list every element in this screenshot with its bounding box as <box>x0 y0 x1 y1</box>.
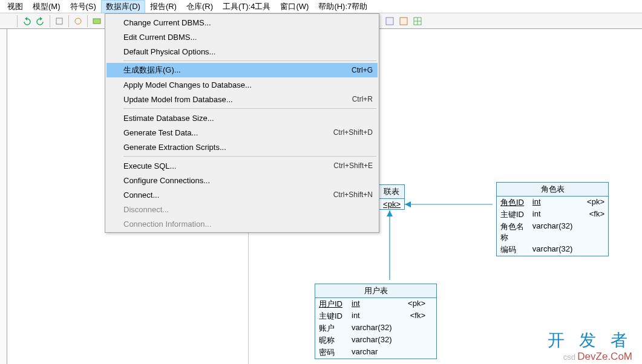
menu-item-label: Edit Current DBMS... <box>123 33 373 42</box>
cell: varchar(32) <box>532 221 581 243</box>
entity-link-table-peek[interactable]: 联表 <pk> <box>378 184 405 210</box>
undo-icon[interactable] <box>20 15 33 28</box>
menu-item[interactable]: Generate Extraction Scripts... <box>106 140 378 154</box>
menu-item[interactable]: Update Model from Database...Ctrl+R <box>106 92 378 106</box>
cell: 主键ID <box>500 209 529 220</box>
menu-工具[interactable]: 工具(T):4工具 <box>218 0 275 13</box>
cell: int <box>532 197 581 208</box>
toolbar-separator <box>87 15 88 27</box>
menu-item-label: Default Physical Options... <box>123 47 373 56</box>
watermark: 开 发 者 <box>548 329 632 352</box>
menu-报告[interactable]: 报告(R) <box>145 0 182 13</box>
entity-title: 用户表 <box>315 284 436 298</box>
cell: varchar(32) <box>352 323 401 334</box>
watermark-sub: DevZe.CoM <box>577 351 632 363</box>
svg-rect-4 <box>93 19 100 24</box>
menu-item[interactable]: Execute SQL...Ctrl+Shift+E <box>106 158 378 173</box>
menu-item-shortcut: Ctrl+Shift+N <box>333 190 373 199</box>
entity-row: 编码varchar(32) <box>497 244 608 256</box>
toolbar-btn[interactable] <box>383 15 396 28</box>
entity-user-table[interactable]: 用户表 用户IDint<pk>主键IDint<fk>账户varchar(32)昵… <box>315 284 437 359</box>
entity-row: 账户varchar(32) <box>315 322 436 334</box>
toolbar-btn[interactable] <box>1 15 15 28</box>
svg-marker-12 <box>405 201 411 207</box>
menu-item[interactable]: Generate Test Data...Ctrl+Shift+D <box>106 125 378 140</box>
toolbar-btn[interactable] <box>411 15 424 28</box>
svg-marker-14 <box>387 210 393 216</box>
menu-模型[interactable]: 模型(M) <box>28 0 65 13</box>
entity-row: 密码varchar <box>315 346 436 359</box>
menu-item-shortcut: Ctrl+R <box>352 95 373 103</box>
cell: varchar <box>352 347 401 358</box>
cell <box>405 347 425 358</box>
menu-item-shortcut: Ctrl+G <box>352 66 373 74</box>
cell: 编码 <box>500 244 529 255</box>
menu-item-label: Generate Extraction Scripts... <box>123 143 373 152</box>
menu-item-label: Execute SQL... <box>123 161 333 171</box>
toolbar-btn[interactable] <box>90 15 103 28</box>
cell <box>585 244 604 255</box>
cell: int <box>532 209 581 220</box>
svg-marker-1 <box>40 17 42 21</box>
menu-窗口[interactable]: 窗口(W) <box>275 0 313 13</box>
toolbar-separator <box>68 15 69 27</box>
entity-row: 角色名称varchar(32) <box>497 221 608 244</box>
toolbar-separator <box>50 15 50 27</box>
menu-item-label: Connect... <box>123 190 333 200</box>
menu-item-label: Disconnect... <box>123 205 373 214</box>
menu-item[interactable]: Default Physical Options... <box>106 44 378 59</box>
cell: 密码 <box>319 347 348 358</box>
menu-item-label: Connection Information... <box>123 219 373 229</box>
entity-row: 用户IDint<pk> <box>315 298 436 310</box>
redo-icon[interactable] <box>34 15 47 28</box>
menu-item[interactable]: Estimate Database Size... <box>106 111 378 125</box>
menu-item[interactable]: Change Current DBMS... <box>106 15 378 30</box>
menu-符号[interactable]: 符号(S) <box>65 0 101 13</box>
menu-separator <box>123 60 376 61</box>
cell: <fk> <box>405 311 425 322</box>
entity-title: 角色表 <box>497 183 608 197</box>
toolbar-btn[interactable] <box>53 15 66 28</box>
svg-rect-6 <box>386 18 393 25</box>
toolbar-right <box>383 13 424 29</box>
menu-separator <box>123 108 376 109</box>
menu-item: Disconnect... <box>106 202 378 216</box>
toolbar-btn[interactable] <box>397 15 410 28</box>
menu-item[interactable]: Configure Connections... <box>106 173 378 187</box>
cell: int <box>352 311 401 322</box>
menu-item[interactable]: Apply Model Changes to Database... <box>106 77 378 92</box>
menubar: 视图模型(M)符号(S)数据库(D)报告(R)仓库(R)工具(T):4工具窗口(… <box>0 0 642 13</box>
menu-item-label: Configure Connections... <box>123 176 373 185</box>
menu-item-label: Apply Model Changes to Database... <box>123 80 373 89</box>
entity-row: 角色IDint<pk> <box>497 197 608 209</box>
menu-item[interactable]: 生成数据库(G)...Ctrl+G <box>106 63 378 77</box>
cell: <pk> <box>585 197 604 208</box>
menu-帮助[interactable]: 帮助(H):7帮助 <box>313 0 372 13</box>
cell: 主键ID <box>319 311 348 322</box>
cell: 用户ID <box>319 299 348 310</box>
cell <box>405 323 425 334</box>
menu-item[interactable]: Edit Current DBMS... <box>106 30 378 44</box>
key-indicator: <pk> <box>382 200 401 209</box>
cell: 昵称 <box>319 335 348 346</box>
watermark-csdn: csd <box>563 353 575 362</box>
menu-视图[interactable]: 视图 <box>2 0 28 13</box>
entity-role-table[interactable]: 角色表 角色IDint<pk>主键IDint<fk>角色名称varchar(32… <box>496 182 609 256</box>
menu-item[interactable]: Connect...Ctrl+Shift+N <box>106 187 378 202</box>
menu-item: Connection Information... <box>106 216 378 231</box>
relationship-arrow <box>384 210 396 284</box>
toolbar-btn[interactable] <box>71 15 85 28</box>
menu-item-shortcut: Ctrl+Shift+E <box>333 161 373 170</box>
cell <box>585 221 604 243</box>
menu-数据库[interactable]: 数据库(D) <box>101 0 145 13</box>
object-browser-edge[interactable] <box>0 29 7 364</box>
menu-仓库[interactable]: 仓库(R) <box>182 0 218 13</box>
cell: <pk> <box>405 299 425 310</box>
svg-rect-2 <box>56 18 62 24</box>
svg-point-3 <box>75 18 81 24</box>
cell: 角色名称 <box>500 221 529 243</box>
cell: 角色ID <box>500 197 529 208</box>
relationship-arrow <box>405 198 496 210</box>
cell: varchar(32) <box>532 244 581 255</box>
cell: varchar(32) <box>352 335 401 346</box>
